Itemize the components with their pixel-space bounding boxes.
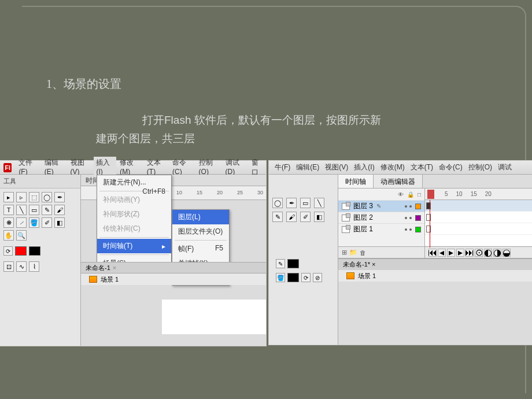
submenu-layer[interactable]: 图层(L)	[172, 210, 229, 224]
tools-panel: ◯ ✒ ▭ ╲ ✎ 🖌 ✐ ◧ ✎ 🪣 ⟳ ⊘	[269, 175, 338, 345]
nocolor-icon[interactable]: ⊘	[313, 273, 322, 282]
new-folder-icon[interactable]: 📁	[349, 249, 357, 256]
brush-tool-icon[interactable]: 🖌	[286, 212, 297, 222]
play-icon[interactable]: ▸	[447, 249, 455, 257]
bone-tool-icon[interactable]: ⟋	[16, 217, 27, 228]
menubar: 牛(F) 编辑(E) 视图(V) 插入(I) 修改(M) 文本(T) 命令(C)…	[269, 161, 532, 175]
stroke-icon[interactable]: ✎	[276, 259, 285, 268]
playhead-line[interactable]	[430, 200, 430, 247]
scene-breadcrumb[interactable]: 场景 1	[338, 270, 532, 282]
step-fwd-icon[interactable]: ▸	[456, 249, 464, 257]
snap-icon[interactable]: ⊡	[3, 261, 14, 272]
scene-icon	[89, 276, 97, 283]
menu-shape-tween: 补间形状(Z)	[97, 207, 171, 221]
rewind-icon[interactable]: ⏮	[428, 249, 437, 257]
pen-tool-icon[interactable]: ✒	[286, 198, 297, 208]
menu-control[interactable]: 控制(O)	[466, 161, 494, 173]
frame-ruler: 5 10 15 20	[425, 189, 532, 200]
delete-layer-icon[interactable]: 🗑	[360, 249, 366, 256]
menu-debug[interactable]: 调试	[496, 161, 514, 173]
line-tool-icon[interactable]: ╲	[314, 198, 324, 208]
rect-tool-icon[interactable]: ▭	[29, 205, 39, 215]
scene-breadcrumb[interactable]: 场景 1	[81, 274, 266, 285]
new-layer-icon[interactable]: ⊞	[342, 249, 347, 256]
fill-color[interactable]	[287, 273, 299, 282]
pencil-tool-icon[interactable]: ✎	[272, 212, 283, 222]
screenshot-layers: 牛(F) 编辑(E) 视图(V) 插入(I) 修改(M) 文本(T) 命令(C)…	[269, 161, 532, 345]
free-transform-icon[interactable]: ⬚	[29, 192, 39, 202]
subselection-tool-icon[interactable]: ▹	[16, 192, 27, 202]
document-tab[interactable]: 未命名-1* ×	[338, 258, 532, 270]
line-tool-icon[interactable]: ╲	[16, 205, 27, 215]
menu-file[interactable]: 牛(F)	[272, 161, 293, 173]
slide-body: 打开Flash 软件后，默认有一个图层，按图所示新 建两个图层，共三层	[96, 111, 486, 149]
step-back-icon[interactable]: ◂	[438, 249, 446, 257]
layer-color[interactable]	[415, 215, 421, 221]
stroke-color[interactable]	[15, 246, 27, 256]
layer-row[interactable]: 图层 1	[338, 223, 424, 235]
eraser-tool-icon[interactable]: ◧	[54, 217, 65, 228]
menu-insert[interactable]: 插入(I)	[352, 161, 376, 173]
straighten-icon[interactable]: ⌇	[29, 261, 39, 272]
tab-motion-editor[interactable]: 动画编辑器	[374, 175, 423, 188]
center-icon[interactable]: ⊙	[475, 249, 483, 257]
scene-icon	[346, 272, 354, 279]
smooth-icon[interactable]: ∿	[16, 261, 27, 272]
timeline-layers: 👁 🔒 □ 图层 3 ✎ 图层 2	[338, 189, 532, 258]
layer-color[interactable]	[415, 204, 421, 209]
eraser-tool-icon[interactable]: ◧	[314, 212, 324, 222]
fill-color[interactable]	[29, 246, 40, 256]
eyedropper-icon[interactable]: ✐	[42, 217, 52, 228]
pen-tool-icon[interactable]: ✒	[54, 192, 65, 202]
brush-tool-icon[interactable]: 🖌	[54, 205, 65, 215]
bucket-tool-icon[interactable]: 🪣	[29, 217, 39, 228]
main-area: 时间轴 动画编辑器 👁 🔒 □ 图层 3 ✎	[338, 175, 532, 345]
slide-heading: 1、场景的设置	[46, 76, 121, 92]
close-icon[interactable]: ×	[113, 264, 116, 271]
fill-icon[interactable]: 🪣	[276, 273, 285, 282]
submenu-layer-folder[interactable]: 图层文件夹(O)	[172, 224, 229, 239]
menu-view[interactable]: 视图(V)	[323, 161, 350, 173]
menu-command[interactable]: 命令(C)	[437, 161, 465, 173]
document-tab[interactable]: 未命名-1×	[81, 262, 266, 274]
menu-text[interactable]: 文本(T)	[408, 161, 435, 173]
text-tool-icon[interactable]: T	[3, 205, 14, 215]
lock-icon[interactable]: 🔒	[407, 191, 414, 198]
deco-tool-icon[interactable]: ❋	[3, 217, 14, 228]
submenu-frame[interactable]: 帧(F)F5	[172, 242, 229, 256]
rect-tool-icon[interactable]: ▭	[300, 198, 311, 208]
menu-timeline[interactable]: 时间轴(T)▸	[97, 239, 171, 253]
onion-mark-icon[interactable]: ◒	[503, 249, 511, 257]
eyedropper-icon[interactable]: ✐	[300, 212, 311, 222]
hand-tool-icon[interactable]: ✋	[3, 230, 14, 241]
menu-modify[interactable]: 修改(M)	[378, 161, 407, 173]
zoom-tool-icon[interactable]: 🔍	[16, 230, 27, 241]
lasso-tool-icon[interactable]: ◯	[42, 192, 52, 202]
body-line1: 打开Flash 软件后，默认有一个图层，按图所示新	[142, 114, 381, 126]
layer-row[interactable]: 图层 3 ✎	[338, 200, 424, 212]
close-icon[interactable]: ×	[370, 261, 375, 268]
swap-icon[interactable]: ⟳	[301, 273, 311, 282]
onion-edit-icon[interactable]: ◑	[493, 249, 501, 257]
layer-icon	[342, 215, 350, 221]
playhead-icon[interactable]	[427, 190, 434, 199]
stroke-swap-icon[interactable]: ⟳	[3, 246, 13, 256]
active-pen-icon: ✎	[376, 203, 381, 209]
stroke-color[interactable]	[287, 259, 299, 268]
onion-icon[interactable]: ◐	[484, 249, 492, 257]
layer-row[interactable]: 图层 2	[338, 212, 424, 223]
outline-icon[interactable]: □	[418, 191, 421, 198]
layer-name: 图层 2	[353, 213, 373, 223]
eye-icon[interactable]: 👁	[398, 191, 404, 198]
tab-timeline[interactable]: 时间轴	[338, 175, 374, 188]
stage[interactable]	[162, 300, 266, 334]
pencil-tool-icon[interactable]: ✎	[42, 205, 52, 215]
frames-grid[interactable]: 5 10 15 20 ⏮ ◂ ▸ ▸ ⏭	[425, 189, 532, 258]
menu-new-symbol[interactable]: 新建元件(N)... Ctrl+F8	[97, 175, 171, 190]
end-icon[interactable]: ⏭	[466, 249, 474, 257]
flash-logo: Fl	[3, 163, 12, 172]
menu-edit[interactable]: 编辑(E)	[294, 161, 322, 173]
selection-tool-icon[interactable]: ▸	[3, 192, 14, 202]
lasso-tool-icon[interactable]: ◯	[272, 198, 283, 208]
layer-color[interactable]	[415, 227, 421, 232]
